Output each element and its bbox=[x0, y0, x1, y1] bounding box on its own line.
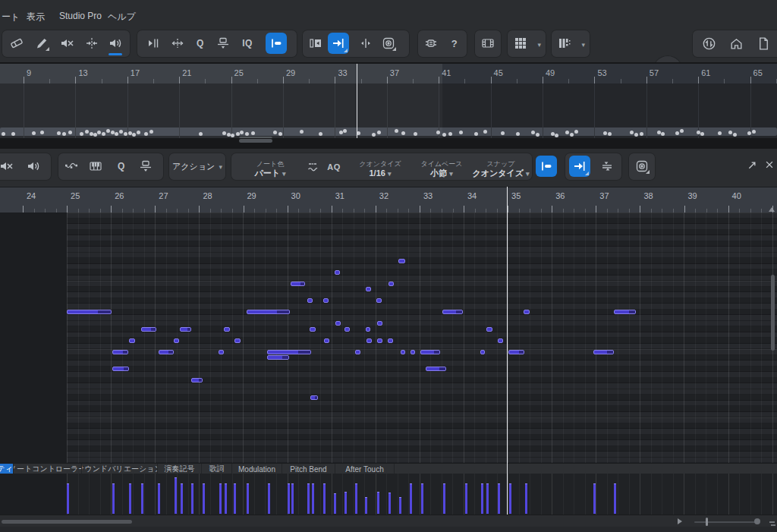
note-tail-handle[interactable] bbox=[124, 367, 128, 370]
document-button[interactable] bbox=[754, 34, 772, 52]
adaptive-quantize-button[interactable]: AQ bbox=[325, 158, 343, 176]
velocity-lane[interactable] bbox=[0, 474, 777, 515]
midi-note[interactable] bbox=[324, 338, 329, 343]
velocity-bar[interactable] bbox=[410, 483, 412, 514]
close-editor-button[interactable] bbox=[764, 159, 776, 172]
midi-note[interactable] bbox=[498, 338, 503, 343]
velocity-bar[interactable] bbox=[498, 483, 500, 514]
midi-note[interactable] bbox=[420, 350, 440, 354]
velocity-bar[interactable] bbox=[225, 483, 227, 514]
midi-note[interactable] bbox=[129, 338, 135, 343]
timebase-dropdown[interactable]: タイムベース 小節 ▾ bbox=[414, 156, 469, 184]
midi-note[interactable] bbox=[291, 282, 305, 286]
midi-note[interactable] bbox=[112, 350, 128, 354]
velocity-bar[interactable] bbox=[67, 483, 69, 514]
editor-playhead[interactable] bbox=[507, 187, 508, 515]
midi-note[interactable] bbox=[224, 327, 230, 332]
editor-quantize-button[interactable]: Q bbox=[112, 157, 131, 175]
note-tail-handle[interactable] bbox=[98, 310, 111, 313]
split-at-cursor-button[interactable] bbox=[357, 34, 375, 52]
listen-tool-button[interactable] bbox=[106, 34, 124, 52]
track-layout-caret[interactable]: ▾ bbox=[581, 41, 585, 49]
velocity-bar[interactable] bbox=[323, 483, 326, 514]
midi-note[interactable] bbox=[344, 327, 350, 332]
autoscroll-button[interactable] bbox=[328, 33, 349, 54]
velocity-bar[interactable] bbox=[399, 497, 401, 514]
split-tool-button[interactable] bbox=[83, 34, 101, 52]
track-layout-button[interactable] bbox=[555, 34, 574, 52]
midi-note[interactable] bbox=[112, 367, 129, 371]
midi-note[interactable] bbox=[323, 298, 329, 303]
midi-note[interactable] bbox=[180, 327, 191, 332]
velocity-bar[interactable] bbox=[191, 483, 193, 514]
editor-snap-toggle-button[interactable] bbox=[536, 156, 557, 177]
note-tail-handle[interactable] bbox=[300, 282, 304, 285]
velocity-bar[interactable] bbox=[219, 483, 222, 514]
midi-note[interactable] bbox=[508, 350, 524, 354]
timestretch-button[interactable] bbox=[168, 34, 187, 52]
midi-note[interactable] bbox=[388, 338, 393, 343]
velocity-bar[interactable] bbox=[509, 483, 511, 514]
grid-view-button[interactable] bbox=[511, 34, 530, 52]
velocity-bar[interactable] bbox=[355, 483, 357, 514]
velocity-bar[interactable] bbox=[486, 483, 489, 514]
note-tail-handle[interactable] bbox=[519, 351, 524, 354]
midi-note[interactable] bbox=[593, 350, 614, 354]
zoom-slider-handle[interactable] bbox=[706, 518, 708, 526]
midi-note[interactable] bbox=[335, 321, 341, 326]
note-tail-handle[interactable] bbox=[629, 310, 635, 313]
help-button[interactable]: ? bbox=[445, 34, 464, 52]
note-tail-handle[interactable] bbox=[187, 328, 190, 331]
transfers-button[interactable] bbox=[700, 34, 718, 52]
lane-tab[interactable]: ベロシティ bbox=[0, 464, 14, 474]
velocity-bar[interactable] bbox=[129, 483, 131, 514]
note-tail-handle[interactable] bbox=[298, 351, 310, 354]
velocity-bar[interactable] bbox=[344, 492, 347, 514]
velocity-bar[interactable] bbox=[443, 483, 445, 514]
velocity-bar[interactable] bbox=[288, 483, 290, 514]
velocity-bar[interactable] bbox=[365, 497, 367, 514]
velocity-bar[interactable] bbox=[181, 483, 183, 514]
vertical-scrollbar[interactable] bbox=[771, 275, 775, 351]
midi-note[interactable] bbox=[219, 350, 224, 354]
midi-note[interactable] bbox=[310, 395, 318, 400]
velocity-bar[interactable] bbox=[203, 483, 205, 514]
editor-ruler[interactable]: 2425262728293031323334353637383940 bbox=[0, 187, 777, 213]
home-button[interactable] bbox=[727, 34, 745, 52]
midi-note[interactable] bbox=[480, 350, 485, 354]
overview-ruler[interactable]: 91317212529333741454953576165 bbox=[0, 64, 777, 83]
midi-note[interactable] bbox=[267, 350, 311, 354]
note-grid[interactable] bbox=[0, 212, 777, 463]
editor-listen-button[interactable] bbox=[24, 157, 42, 175]
lane-tab[interactable]: Pitch Bend bbox=[282, 464, 335, 474]
velocity-bar[interactable] bbox=[481, 483, 483, 514]
midi-note[interactable] bbox=[159, 350, 174, 354]
action-menu-button[interactable]: アクション▾ bbox=[168, 153, 226, 181]
midi-note[interactable] bbox=[442, 310, 463, 314]
velocity-bar[interactable] bbox=[307, 483, 310, 514]
pitch-names-button[interactable] bbox=[87, 157, 105, 175]
velocity-bar[interactable] bbox=[312, 483, 314, 514]
note-tail-handle[interactable] bbox=[456, 310, 462, 313]
midi-note[interactable] bbox=[366, 327, 370, 332]
midi-note[interactable] bbox=[335, 270, 340, 275]
scroll-right-arrow[interactable] bbox=[678, 518, 682, 524]
velocity-bar[interactable] bbox=[141, 483, 143, 514]
velocity-bar[interactable] bbox=[175, 477, 177, 514]
macro-tools-button[interactable] bbox=[214, 34, 232, 52]
detach-editor-button[interactable] bbox=[747, 159, 759, 172]
midi-note[interactable] bbox=[174, 338, 179, 343]
midi-note[interactable] bbox=[366, 287, 371, 291]
horizontal-scroll-thumb[interactable] bbox=[2, 520, 132, 524]
velocity-levels-button[interactable] bbox=[598, 157, 616, 175]
editor-macro-button[interactable] bbox=[137, 157, 155, 175]
overview-hscroll-thumb[interactable] bbox=[239, 139, 272, 143]
velocity-bar[interactable] bbox=[465, 483, 467, 514]
velocity-bar[interactable] bbox=[334, 493, 336, 514]
editor-edit-range-button[interactable] bbox=[633, 157, 651, 175]
overview-track[interactable] bbox=[0, 83, 777, 138]
velocity-bar[interactable] bbox=[593, 483, 596, 514]
note-tail-handle[interactable] bbox=[123, 351, 127, 354]
automation-curves-button[interactable] bbox=[62, 157, 80, 175]
dock-panel-button[interactable] bbox=[307, 34, 325, 52]
